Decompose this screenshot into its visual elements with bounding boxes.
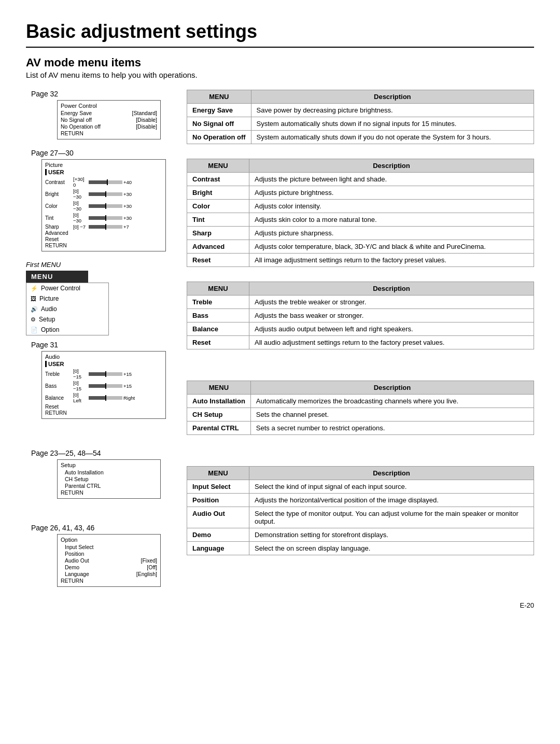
table-row: Demo Demonstration setting for storefron… — [187, 528, 534, 542]
table-row: Reset All audio adjustment settings retu… — [187, 336, 534, 349]
page32-screen-title: Power Control — [61, 103, 157, 109]
ch-setup-desc: Sets the channel preset. — [250, 408, 534, 422]
table-row: Advanced Adjusts color temperature, blac… — [187, 240, 534, 254]
picture-th-menu: MENU — [187, 159, 249, 173]
sharp-desc: Adjusts picture sharpness. — [249, 227, 534, 240]
right-tables: MENU Description Energy Save Save power … — [176, 90, 534, 596]
page-number: E-20 — [26, 601, 534, 609]
balance-desc: Adjusts audio output between left and ri… — [249, 322, 534, 336]
table-row: No Operation off System automatically sh… — [187, 131, 534, 144]
table-row: Bright Adjusts picture brightness. — [187, 186, 534, 200]
power-icon: ⚡ — [31, 285, 38, 292]
audio-th-menu: MENU — [187, 282, 249, 296]
menu-item-picture[interactable]: 🖼 Picture — [26, 293, 108, 304]
page32-label: Page 32 — [31, 90, 176, 98]
energy-save-menu: Energy Save — [187, 104, 251, 117]
setup-label: Setup — [39, 316, 55, 323]
page26-block: Page 26, 41, 43, 46 Option Input Select … — [26, 524, 176, 587]
parental-desc: Sets a secret number to restrict operati… — [250, 422, 534, 435]
position-desc: Adjusts the horizontal/vertical position… — [249, 494, 534, 507]
menu-items-list: ⚡ Power Control 🖼 Picture 🔊 Audio ⚙ Setu… — [26, 283, 109, 335]
left-diagram: Page 32 Power Control Energy Save[Standa… — [26, 90, 176, 596]
table-row: Position Adjusts the horizontal/vertical… — [187, 494, 534, 507]
option-th-menu: MENU — [187, 467, 249, 480]
table-audio: MENU Description Treble Adjusts the treb… — [187, 282, 534, 349]
page26-screen: Option Input Select Position Audio Out[F… — [57, 534, 161, 587]
option-th-desc: Description — [249, 467, 534, 480]
no-operation-desc: System automatically shuts down if you d… — [251, 131, 534, 144]
table-row: Reset All image adjustment settings retu… — [187, 254, 534, 267]
no-signal-menu: No Signal off — [187, 117, 251, 131]
power-label: Power Control — [41, 285, 80, 292]
setup-th-menu: MENU — [187, 381, 251, 395]
menu-item-power[interactable]: ⚡ Power Control — [26, 283, 108, 293]
page23-label: Page 23—25, 48—54 — [31, 449, 176, 457]
table-setup: MENU Description Auto Installation Autom… — [187, 381, 534, 435]
page32-block: Page 32 Power Control Energy Save[Standa… — [26, 90, 176, 139]
no-operation-menu: No Operation off — [187, 131, 251, 144]
reset-audio-menu: Reset — [187, 336, 249, 349]
bass-menu: Bass — [187, 309, 249, 322]
audio-subtitle: USER — [45, 361, 162, 367]
balance-menu: Balance — [187, 322, 249, 336]
contrast-menu: Contrast — [187, 173, 249, 186]
page26-label: Page 26, 41, 43, 46 — [31, 524, 176, 532]
menu-header: MENU — [26, 271, 88, 283]
sharp-menu: Sharp — [187, 227, 249, 240]
first-menu-block: First MENU MENU ⚡ Power Control 🖼 Pictur… — [26, 261, 176, 335]
tint-desc: Adjusts skin color to a more natural ton… — [249, 213, 534, 227]
table-picture: MENU Description Contrast Adjusts the pi… — [187, 159, 534, 267]
color-desc: Adjusts color intensity. — [249, 200, 534, 213]
demo-menu: Demo — [187, 528, 249, 542]
picture-th-desc: Description — [249, 159, 534, 173]
no-signal-desc: System automatically shuts down if no si… — [251, 117, 534, 131]
table-row: Color Adjusts color intensity. — [187, 200, 534, 213]
table-option: MENU Description Input Select Select the… — [187, 466, 534, 555]
advanced-menu: Advanced — [187, 240, 249, 254]
reset-picture-menu: Reset — [187, 254, 249, 267]
advanced-desc: Adjusts color temperature, black, 3D-Y/C… — [249, 240, 534, 254]
power-table: MENU Description Energy Save Save power … — [187, 90, 534, 144]
page31-screen: Audio USER Treble[0] −15 +15 Bass[0] −15… — [41, 351, 166, 419]
setup-th-desc: Description — [250, 381, 534, 395]
audio-label: Audio — [41, 305, 57, 313]
table-row: Auto Installation Automatically memorize… — [187, 395, 534, 408]
picture-table: MENU Description Contrast Adjusts the pi… — [187, 159, 534, 267]
color-menu: Color — [187, 200, 249, 213]
table-row: Sharp Adjusts picture sharpness. — [187, 227, 534, 240]
table-power: MENU Description Energy Save Save power … — [187, 90, 534, 144]
page31-block: Page 31 Audio USER Treble[0] −15 +15 Bas… — [26, 341, 176, 419]
power-th-desc: Description — [251, 90, 534, 104]
reset-audio-desc: All audio adjustment settings return to … — [249, 336, 534, 349]
table-row: Treble Adjusts the treble weaker or stro… — [187, 296, 534, 309]
table-row: Tint Adjusts skin color to a more natura… — [187, 213, 534, 227]
table-row: Input Select Select the kind of input si… — [187, 480, 534, 494]
table-row: Audio Out Select the type of monitor out… — [187, 507, 534, 528]
page27-label: Page 27—30 — [31, 149, 176, 157]
option-label: Option — [41, 326, 59, 333]
language-desc: Select the on screen display language. — [249, 542, 534, 555]
page23-screen: Setup Auto Installation CH Setup Parenta… — [57, 459, 161, 499]
table-row: Balance Adjusts audio output between lef… — [187, 322, 534, 336]
input-select-menu: Input Select — [187, 480, 249, 494]
page23-block: Page 23—25, 48—54 Setup Auto Installatio… — [26, 449, 176, 499]
menu-item-audio[interactable]: 🔊 Audio — [26, 304, 108, 314]
subtitle: List of AV menu items to help you with o… — [26, 71, 534, 79]
page32-screen: Power Control Energy Save[Standard] No S… — [57, 100, 161, 139]
bass-desc: Adjusts the bass weaker or stronger. — [249, 309, 534, 322]
table-row: Language Select the on screen display la… — [187, 542, 534, 555]
contrast-desc: Adjusts the picture between light and sh… — [249, 173, 534, 186]
input-select-desc: Select the kind of input signal of each … — [249, 480, 534, 494]
page26-screen-title: Option — [61, 537, 157, 543]
table-row: Parental CTRL Sets a secret number to re… — [187, 422, 534, 435]
table-row: No Signal off System automatically shuts… — [187, 117, 534, 131]
menu-item-option[interactable]: 📄 Option — [26, 325, 108, 335]
menu-item-setup[interactable]: ⚙ Setup — [26, 314, 108, 325]
option-icon: 📄 — [31, 327, 38, 333]
section-title: AV mode menu items — [26, 56, 534, 69]
setup-icon: ⚙ — [31, 316, 36, 323]
page27-block: Page 27—30 Picture USER Contrast[+30] 0 … — [26, 149, 176, 251]
table-row: Bass Adjusts the bass weaker or stronger… — [187, 309, 534, 322]
audio-table: MENU Description Treble Adjusts the treb… — [187, 282, 534, 349]
picture-subtitle: USER — [45, 169, 162, 175]
